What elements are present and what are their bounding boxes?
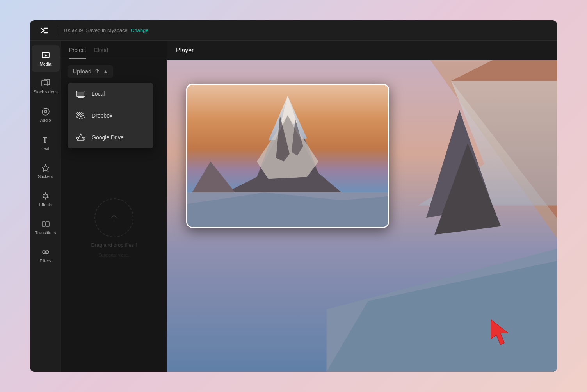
player-header: Player xyxy=(167,41,557,60)
sidebar-item-transitions[interactable]: Transitions xyxy=(32,214,60,241)
local-icon xyxy=(75,88,86,99)
sidebar-item-audio[interactable]: Audio xyxy=(32,102,60,128)
filters-icon xyxy=(41,248,50,257)
svg-rect-18 xyxy=(79,96,82,97)
sidebar-item-filters[interactable]: Filters xyxy=(32,242,60,269)
player-content xyxy=(167,60,557,372)
sidebar-item-media[interactable]: Media xyxy=(32,45,60,72)
panel-area: Project Cloud Upload ▲ xyxy=(61,41,167,372)
dropdown-item-local[interactable]: Local xyxy=(68,83,153,105)
filters-label: Filters xyxy=(40,258,52,263)
stock-videos-icon xyxy=(41,78,50,88)
audio-icon xyxy=(41,107,50,116)
svg-rect-5 xyxy=(44,79,50,85)
preview-image xyxy=(187,85,388,227)
preview-card xyxy=(186,84,389,228)
sidebar-item-text[interactable]: T Text xyxy=(32,130,60,156)
dropdown-item-google-drive[interactable]: Google Drive xyxy=(68,127,153,148)
app-logo xyxy=(38,24,50,37)
player-title: Player xyxy=(176,47,194,53)
saved-text: Saved in Myspace xyxy=(86,27,128,33)
cursor-arrow xyxy=(491,319,522,348)
sidebar-item-stickers[interactable]: Stickers xyxy=(32,158,60,184)
sidebar-nav: Media Stock videos xyxy=(30,41,61,372)
svg-marker-3 xyxy=(45,54,47,57)
title-bar: 10:56:39 Saved in Myspace Change xyxy=(30,20,557,41)
svg-marker-40 xyxy=(491,319,508,345)
svg-rect-4 xyxy=(42,80,47,86)
sidebar-item-effects[interactable]: Effects xyxy=(32,186,60,212)
google-drive-icon xyxy=(75,132,86,143)
app-window: 10:56:39 Saved in Myspace Change Media xyxy=(30,20,557,372)
player-area: Player xyxy=(167,41,557,372)
google-drive-label: Google Drive xyxy=(92,134,124,141)
media-icon xyxy=(41,51,50,60)
transitions-icon xyxy=(41,219,50,229)
title-divider xyxy=(57,26,57,35)
effects-label: Effects xyxy=(39,202,52,207)
audio-label: Audio xyxy=(40,118,51,123)
local-label: Local xyxy=(92,91,105,97)
title-info: 10:56:39 Saved in Myspace Change xyxy=(63,27,148,33)
sidebar-item-stock-videos[interactable]: Stock videos xyxy=(32,73,60,100)
media-label: Media xyxy=(40,62,52,66)
timestamp: 10:56:39 xyxy=(63,27,83,33)
text-icon: T xyxy=(41,135,50,144)
main-layout: Media Stock videos xyxy=(30,41,557,372)
upload-dropdown-menu: Local Dropbox xyxy=(68,83,153,148)
dropbox-label: Dropbox xyxy=(92,112,112,119)
svg-rect-11 xyxy=(46,222,49,226)
svg-rect-20 xyxy=(77,92,84,96)
svg-rect-19 xyxy=(78,97,84,98)
stickers-icon xyxy=(41,163,50,173)
transitions-label: Transitions xyxy=(35,230,56,235)
dropdown-item-dropbox[interactable]: Dropbox xyxy=(68,105,153,127)
svg-text:T: T xyxy=(43,136,47,144)
effects-icon xyxy=(41,191,50,201)
svg-rect-10 xyxy=(42,222,45,226)
dropbox-icon xyxy=(75,110,86,121)
svg-point-7 xyxy=(44,110,47,113)
svg-point-6 xyxy=(42,108,49,115)
text-label: Text xyxy=(41,146,49,151)
change-link[interactable]: Change xyxy=(131,27,149,33)
stock-videos-label: Stock videos xyxy=(33,89,57,94)
stickers-label: Stickers xyxy=(38,174,53,179)
